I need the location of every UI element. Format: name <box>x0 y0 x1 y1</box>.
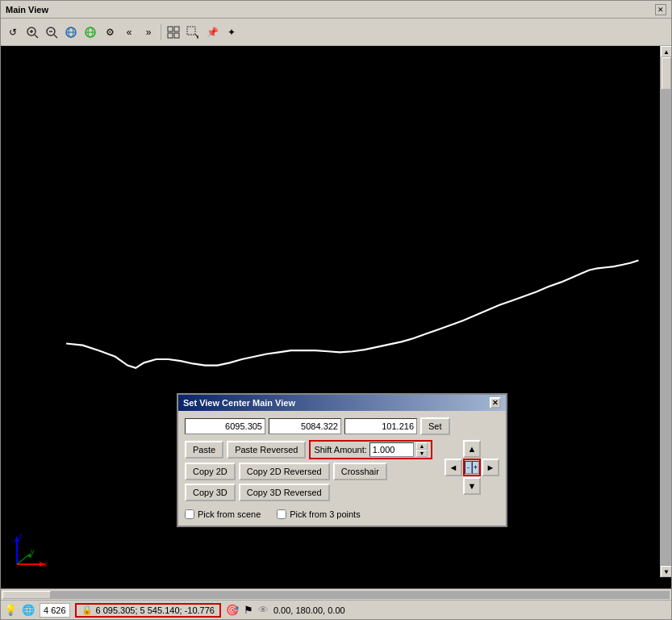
pick-from-scene-label: Pick from scene <box>198 509 261 519</box>
shift-down-btn[interactable]: ▼ <box>416 450 428 457</box>
svg-text:y: y <box>31 547 35 555</box>
copy2d-row: Copy 2D Copy 2D Reversed Crosshair <box>185 463 435 480</box>
center-minus-button[interactable]: - <box>465 461 472 474</box>
paste-button[interactable]: Paste <box>185 441 223 459</box>
zoom-in-icon[interactable] <box>23 23 41 41</box>
svg-text:z: z <box>19 532 23 540</box>
pick-from-3points-checkbox[interactable] <box>277 509 286 519</box>
coords-text: 6 095.305; 5 545.140; -10.776 <box>96 605 215 615</box>
coords-display: 🔒 6 095.305; 5 545.140; -10.776 <box>75 603 221 618</box>
toolbar-sep1 <box>161 24 161 40</box>
svg-rect-14 <box>174 27 179 31</box>
arrow-left-button[interactable]: ◄ <box>445 459 462 476</box>
dialog-close-btn[interactable]: ✕ <box>490 397 501 408</box>
status-bar: 💡 🌐 4 626 🔒 6 095.305; 5 545.140; -10.77… <box>1 600 671 619</box>
vertical-scrollbar[interactable]: ▲ ▼ <box>660 46 671 577</box>
title-bar: Main View ✕ <box>1 1 671 19</box>
pick-from-3points-label: Pick from 3 points <box>290 509 360 519</box>
window-title: Main View <box>6 5 48 15</box>
camera-icon: 👁 <box>258 604 269 616</box>
scene-view[interactable]: z x y Set View Center Main View ✕ Set <box>1 46 671 589</box>
main-window: Main View ✕ ↺ ⚙ « » 📌 ✦ <box>0 0 672 620</box>
dialog-titlebar: Set View Center Main View ✕ <box>178 395 506 411</box>
globe-icon[interactable] <box>62 23 80 41</box>
scroll-down-btn[interactable]: ▼ <box>661 566 671 577</box>
svg-rect-17 <box>187 27 195 35</box>
y-coord-input[interactable] <box>269 418 341 434</box>
paste-row: Paste Paste Reversed Shift Amount: ▲ ▼ <box>185 440 435 459</box>
svg-line-1 <box>35 35 38 38</box>
flag-icon: ⚑ <box>244 604 253 616</box>
copy2d-reversed-button[interactable]: Copy 2D Reversed <box>239 463 330 480</box>
pick-from-3points-item[interactable]: Pick from 3 points <box>277 509 360 519</box>
grid-icon[interactable] <box>165 23 182 41</box>
forward-icon[interactable]: » <box>140 23 157 41</box>
svg-rect-15 <box>168 33 173 38</box>
paste-reversed-button[interactable]: Paste Reversed <box>227 441 306 459</box>
scroll-thumb-v[interactable] <box>662 57 671 90</box>
window-close-btn[interactable]: ✕ <box>655 4 666 15</box>
shift-amount-group: Shift Amount: ▲ ▼ <box>309 440 432 459</box>
arrow-up-button[interactable]: ▲ <box>463 440 481 458</box>
dialog-title: Set View Center Main View <box>183 398 295 408</box>
settings-icon[interactable]: ⚙ <box>101 23 119 41</box>
shift-amount-label: Shift Amount: <box>314 445 366 455</box>
pick-row: Pick from scene Pick from 3 points <box>185 509 499 519</box>
pick-from-scene-checkbox[interactable] <box>185 509 194 519</box>
x-coord-input[interactable] <box>185 418 265 434</box>
z-coord-input[interactable] <box>344 418 417 434</box>
pick-from-scene-item[interactable]: Pick from scene <box>185 509 261 519</box>
arrow-empty-tr <box>482 440 499 458</box>
copy2d-button[interactable]: Copy 2D <box>185 463 236 480</box>
horizontal-scrollbar[interactable] <box>1 589 671 600</box>
zoom-value: 4 626 <box>44 605 66 615</box>
arrow-empty-bl <box>445 477 462 495</box>
scroll-track-v <box>661 57 671 566</box>
shift-spin: ▲ ▼ <box>416 442 428 457</box>
light-icon: 💡 <box>4 604 17 616</box>
star-icon[interactable]: ✦ <box>223 23 240 41</box>
copy3d-row: Copy 3D Copy 3D Reversed <box>185 484 435 501</box>
svg-line-5 <box>54 35 57 38</box>
zoom-out-icon[interactable] <box>43 23 61 41</box>
back-icon[interactable]: « <box>120 23 138 41</box>
select-icon[interactable] <box>184 23 202 41</box>
zoom-level-box[interactable]: 4 626 <box>40 603 70 618</box>
svg-rect-13 <box>168 27 173 31</box>
shift-amount-input[interactable] <box>369 442 414 457</box>
scroll-up-btn[interactable]: ▲ <box>661 46 671 57</box>
target-icon: 🎯 <box>226 604 239 616</box>
set-button[interactable]: Set <box>420 417 450 435</box>
arrow-right-button[interactable]: ► <box>482 459 499 476</box>
center-control: - + <box>463 459 481 476</box>
center-buttons: - + <box>465 461 479 474</box>
dialog-body: Set Paste Paste Reversed Shift Amount: <box>178 411 506 526</box>
copy3d-button[interactable]: Copy 3D <box>185 484 236 501</box>
globe2-icon[interactable] <box>81 23 99 41</box>
globe-status-icon: 🌐 <box>22 604 35 616</box>
crosshair-button[interactable]: Crosshair <box>333 463 387 480</box>
axis-indicator: z x y <box>9 524 57 572</box>
toolbar: ↺ ⚙ « » 📌 ✦ <box>1 19 671 46</box>
pin-icon[interactable]: 📌 <box>203 23 221 41</box>
arrow-empty-tl <box>445 440 462 458</box>
reset-icon[interactable]: ↺ <box>4 23 22 41</box>
svg-rect-16 <box>174 33 179 38</box>
svg-marker-18 <box>195 35 198 38</box>
center-plus-button[interactable]: + <box>472 461 479 474</box>
shift-up-btn[interactable]: ▲ <box>416 442 428 450</box>
svg-text:x: x <box>44 560 48 568</box>
set-view-center-dialog: Set View Center Main View ✕ Set Paste <box>177 393 507 527</box>
coord-row: Set <box>185 417 499 435</box>
arrow-empty-br <box>482 477 499 495</box>
angles-text: 0.00, 180.00, 0.00 <box>273 605 345 615</box>
scroll-track-h <box>2 591 670 599</box>
copy3d-reversed-button[interactable]: Copy 3D Reversed <box>239 484 330 501</box>
scroll-thumb-h[interactable] <box>2 591 51 599</box>
arrow-down-button[interactable]: ▼ <box>463 477 481 495</box>
lock-icon: 🔒 <box>81 605 93 615</box>
